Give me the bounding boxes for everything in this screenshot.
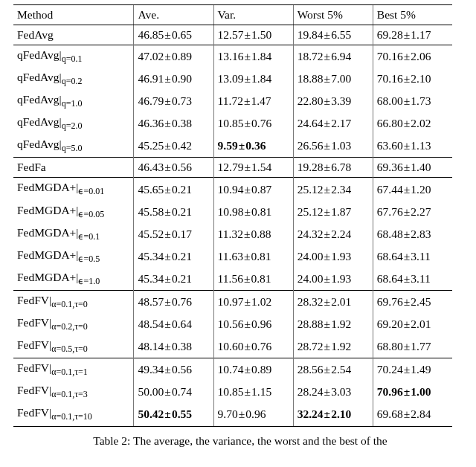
worst-cell-err: 2.10	[331, 408, 351, 420]
ave-cell-value: 50.00	[138, 385, 164, 398]
var-cell: 13.16±1.84	[213, 45, 293, 68]
method-cell: qFedAvg|q=0.1	[13, 45, 134, 68]
method-subscript: α=0.2,τ=0	[51, 321, 88, 332]
pm-symbol: ±	[238, 408, 246, 420]
table-row: FedMGDA+|ϵ=0.0145.65±0.2110.94±0.8725.12…	[13, 178, 452, 201]
method-cell: FedFV|α=0.2,τ=0	[13, 313, 134, 335]
ave-cell: 46.85±0.65	[134, 25, 213, 45]
ave-cell: 50.42±0.55	[134, 403, 213, 426]
table-caption: Table 2: The average, the variance, the …	[13, 434, 467, 448]
var-cell: 13.09±1.84	[213, 68, 293, 90]
method-name: FedMGDA+|	[17, 271, 78, 283]
results-table: Method Ave. Var. Worst 5% Best 5% FedAvg…	[13, 4, 452, 427]
worst-cell-err: 6.78	[331, 161, 351, 173]
method-cell: FedFV|α=0.1,τ=0	[13, 290, 134, 313]
pm-symbol: ±	[403, 50, 411, 62]
pm-symbol: ±	[403, 363, 411, 376]
worst-cell-err: 3.03	[331, 385, 351, 398]
pm-symbol: ±	[164, 117, 172, 129]
pm-symbol: ±	[164, 272, 172, 285]
pm-symbol: ±	[324, 94, 332, 107]
method-subscript: α=0.1,τ=3	[51, 389, 88, 399]
method-name: FedFV|	[17, 384, 51, 396]
best-cell-err: 2.01	[411, 318, 431, 330]
var-cell-err: 1.54	[251, 161, 271, 173]
ave-cell-value: 46.36	[138, 117, 164, 129]
table-row: FedMGDA+|ϵ=0.545.34±0.2111.63±0.8124.00±…	[13, 245, 452, 268]
method-name: FedMGDA+|	[17, 204, 78, 216]
best-cell-err: 2.06	[411, 50, 431, 62]
ave-cell-value: 46.43	[138, 161, 164, 173]
table-row: qFedAvg|q=1.046.79±0.7311.72±1.4722.80±3…	[13, 90, 452, 112]
method-name: FedFV|	[17, 406, 51, 419]
worst-cell-value: 28.32	[298, 295, 324, 308]
var-cell-value: 12.79	[218, 161, 244, 173]
var-cell: 9.70±0.96	[213, 403, 293, 426]
pm-symbol: ±	[403, 228, 411, 240]
worst-cell-err: 1.92	[331, 318, 351, 330]
ave-cell: 46.91±0.90	[134, 68, 213, 90]
pm-symbol: ±	[403, 385, 411, 398]
ave-cell-value: 47.02	[138, 50, 164, 62]
pm-symbol: ±	[324, 161, 332, 173]
pm-symbol: ±	[403, 340, 411, 352]
pm-symbol: ±	[324, 385, 332, 398]
best-cell-value: 67.76	[377, 205, 403, 218]
method-name: qFedAvg|	[17, 93, 62, 106]
best-cell: 68.00±1.73	[373, 90, 452, 112]
method-cell: qFedAvg|q=2.0	[13, 112, 134, 135]
var-cell: 10.60±0.76	[213, 335, 293, 358]
best-cell: 68.80±1.77	[373, 335, 452, 358]
method-name: FedFa	[17, 161, 46, 173]
ave-cell-err: 0.21	[172, 205, 192, 218]
pm-symbol: ±	[324, 50, 332, 62]
ave-cell-err: 0.21	[172, 183, 192, 196]
worst-cell: 18.72±6.94	[293, 45, 373, 68]
pm-symbol: ±	[403, 139, 411, 152]
best-cell-value: 70.24	[377, 363, 403, 376]
ave-cell-value: 45.65	[138, 183, 164, 196]
ave-cell-err: 0.65	[172, 28, 192, 41]
worst-cell-value: 19.84	[298, 28, 324, 41]
pm-symbol: ±	[243, 363, 251, 376]
var-cell-value: 11.56	[218, 272, 243, 285]
ave-cell-err: 0.56	[172, 161, 192, 173]
pm-symbol: ±	[164, 139, 172, 152]
worst-cell-err: 6.55	[331, 28, 351, 41]
ave-cell-value: 45.34	[138, 250, 164, 263]
best-cell-value: 67.44	[377, 183, 403, 196]
var-cell: 11.63±0.81	[213, 245, 293, 268]
method-subscript: q=0.1	[62, 54, 83, 64]
best-cell: 69.20±2.01	[373, 313, 452, 335]
pm-symbol: ±	[164, 161, 172, 173]
pm-symbol: ±	[243, 318, 251, 330]
best-cell-err: 2.83	[411, 228, 431, 240]
pm-symbol: ±	[403, 318, 411, 330]
method-cell: FedMGDA+|ϵ=1.0	[13, 268, 134, 291]
method-name: qFedAvg|	[17, 48, 62, 61]
ave-cell: 45.34±0.21	[134, 245, 213, 268]
best-cell-value: 68.00	[377, 94, 403, 107]
method-cell: FedAvg	[13, 25, 134, 45]
header-ave: Ave.	[134, 5, 213, 25]
worst-cell: 28.24±3.03	[293, 381, 373, 403]
worst-cell: 26.56±1.03	[293, 135, 373, 158]
best-cell: 69.28±1.17	[373, 25, 452, 45]
var-cell: 10.85±0.76	[213, 112, 293, 135]
worst-cell: 24.64±2.17	[293, 112, 373, 135]
table-row: FedFV|α=0.5,τ=048.14±0.3810.60±0.7628.72…	[13, 335, 452, 358]
best-cell: 67.44±1.20	[373, 178, 452, 201]
method-name: FedMGDA+|	[17, 181, 78, 193]
worst-cell-value: 19.28	[298, 161, 324, 173]
method-cell: FedFV|α=0.1,τ=3	[13, 381, 134, 403]
method-cell: qFedAvg|q=1.0	[13, 90, 134, 112]
var-cell-value: 13.16	[218, 50, 244, 62]
var-cell-value: 10.94	[218, 183, 244, 196]
pm-symbol: ±	[164, 72, 172, 85]
worst-cell: 24.00±1.93	[293, 268, 373, 291]
worst-cell: 19.84±6.55	[293, 25, 373, 45]
ave-cell-value: 49.34	[138, 363, 164, 376]
header-best: Best 5%	[373, 5, 452, 25]
method-cell: FedMGDA+|ϵ=0.5	[13, 245, 134, 268]
ave-cell: 47.02±0.89	[134, 45, 213, 68]
